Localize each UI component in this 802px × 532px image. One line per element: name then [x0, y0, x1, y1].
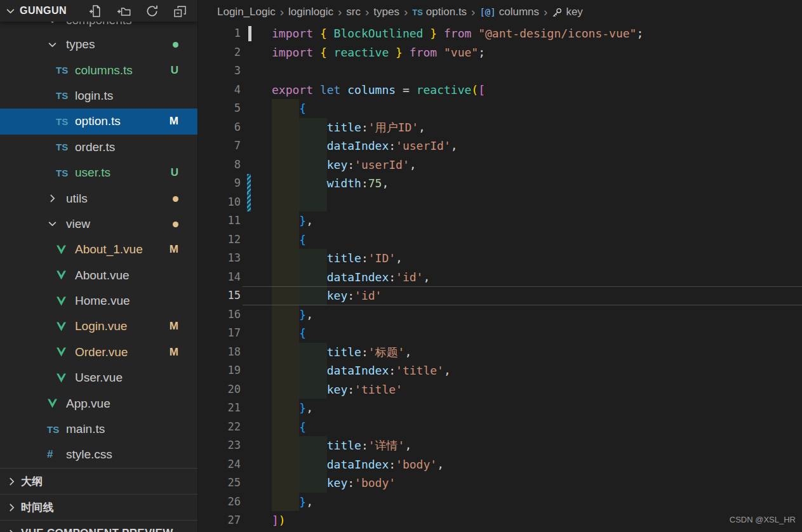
vue-file-icon [47, 398, 58, 409]
line-number: 9 [198, 174, 241, 193]
code-line-12[interactable]: 12 { [198, 230, 802, 249]
new-file-button[interactable] [88, 3, 104, 18]
chevron-right-icon [47, 193, 58, 204]
breadcrumb-item-columns[interactable]: [@]columns [479, 6, 539, 18]
breadcrumb-item-types[interactable]: types [373, 6, 399, 18]
code-line-25[interactable]: 25 key:'body' [198, 474, 802, 493]
tree-item-about-1-vue[interactable]: About_1.vueM [0, 237, 197, 262]
code-line-24[interactable]: 24 dataIndex:'body', [198, 455, 802, 474]
breadcrumb-item-key[interactable]: key [552, 6, 582, 18]
code-line-1[interactable]: 1import { BlockOutlined } from "@ant-des… [198, 24, 802, 43]
code-line-7[interactable]: 7 dataIndex:'userId', [198, 136, 802, 156]
tree-item-types[interactable]: types [0, 32, 197, 57]
code-line-27[interactable]: 27]) [198, 511, 802, 530]
tree-item-style-css[interactable]: #style.css [0, 442, 197, 467]
code-line-9[interactable]: 9 width:75, [198, 174, 802, 193]
code-line-17[interactable]: 17 { [198, 324, 802, 343]
section-大纲[interactable]: 大纲 [0, 468, 197, 494]
new-folder-button[interactable] [116, 3, 131, 18]
tree-item-order-ts[interactable]: TSorder.ts [0, 135, 197, 160]
tree-item-main-ts[interactable]: TSmain.ts [0, 416, 197, 442]
code-editor[interactable]: 1import { BlockOutlined } from "@ant-des… [198, 24, 802, 532]
code-line-16[interactable]: 16 }, [198, 305, 802, 324]
glyph-margin [241, 268, 272, 287]
ts-file-icon: TS [56, 65, 68, 76]
glyph-margin [241, 324, 272, 343]
tree-item-label: utils [66, 192, 88, 206]
section-时间线[interactable]: 时间线 [0, 494, 197, 520]
code-line-3[interactable]: 3 [198, 62, 802, 81]
explorer-root-title: GUNGUN [20, 5, 67, 17]
code-line-26[interactable]: 26 }, [198, 493, 802, 512]
code-line-2[interactable]: 2import { reactive } from "vue"; [198, 43, 802, 62]
collapse-folders-icon [173, 4, 187, 18]
code-text: { [272, 324, 802, 343]
tree-item-login-ts[interactable]: TSlogin.ts [0, 83, 197, 109]
tree-item-app-vue[interactable]: App.vue [0, 390, 197, 416]
code-line-10[interactable]: 10 [198, 193, 802, 212]
vscode-window: components GUNGUN typesTScolumns.tsUTSlo… [0, 0, 802, 532]
line-number: 25 [198, 474, 241, 493]
breadcrumb-separator: › [280, 5, 284, 19]
tree-item-view[interactable]: view [0, 211, 197, 237]
breadcrumb-label: loginlogic [288, 6, 333, 18]
git-status-badge: U [171, 64, 178, 77]
breadcrumb-separator: › [544, 5, 547, 19]
code-line-4[interactable]: 4export let columns = reactive([ [198, 81, 802, 100]
tree-item-label: About_1.vue [75, 243, 143, 256]
tree-item-user-vue[interactable]: User.vue [0, 365, 197, 390]
code-text: dataIndex:'title', [272, 361, 802, 380]
code-line-22[interactable]: 22 { [198, 418, 802, 437]
git-dot-badge [173, 218, 178, 230]
code-line-23[interactable]: 23 title:'详情', [198, 436, 802, 455]
code-line-13[interactable]: 13 title:'ID', [198, 249, 802, 268]
chevron-down-icon [47, 39, 58, 50]
explorer-sidebar: components GUNGUN typesTScolumns.tsUTSlo… [0, 0, 198, 532]
code-line-14[interactable]: 14 dataIndex:'id', [198, 268, 802, 287]
breadcrumb-separator: › [338, 5, 342, 19]
git-status-badge: M [170, 320, 178, 333]
tree-item-order-vue[interactable]: Order.vueM [0, 340, 197, 365]
tree-item-home-vue[interactable]: Home.vue [0, 288, 197, 314]
tree-item-login-vue[interactable]: Login.vueM [0, 314, 197, 339]
tree-item-label: User.vue [75, 371, 123, 385]
glyph-margin [241, 418, 272, 437]
refresh-button[interactable] [144, 3, 159, 18]
explorer-root-header[interactable]: GUNGUN [0, 0, 197, 22]
code-text: import { BlockOutlined } from "@ant-desi… [272, 24, 802, 43]
breadcrumb-item-option-ts[interactable]: TSoption.ts [412, 6, 467, 18]
code-line-15[interactable]: 15 key:'id' [198, 286, 802, 305]
breadcrumb-item-loginlogic[interactable]: loginlogic [288, 6, 333, 18]
tree-item-option-ts[interactable]: TSoption.tsM [0, 109, 197, 134]
code-line-21[interactable]: 21 }, [198, 399, 802, 418]
code-text: dataIndex:'id', [272, 268, 802, 287]
line-number: 19 [198, 361, 241, 380]
breadcrumb-item-src[interactable]: src [346, 6, 361, 18]
code-text: key:'title' [272, 380, 802, 399]
line-number: 14 [198, 268, 241, 287]
tree-item-about-vue[interactable]: About.vue [0, 263, 197, 288]
code-line-6[interactable]: 6 title:'用户ID', [198, 118, 802, 137]
breadcrumb-label: key [566, 6, 582, 18]
section-vue-component-preview[interactable]: VUE COMPONENT PREVIEW [0, 520, 197, 532]
collapse-folders-button[interactable] [172, 3, 187, 18]
code-line-19[interactable]: 19 dataIndex:'title', [198, 361, 802, 380]
glyph-margin [241, 174, 272, 193]
code-line-20[interactable]: 20 key:'title' [198, 380, 802, 399]
breadcrumb-item-login-logic[interactable]: Login_Logic [217, 6, 276, 18]
code-line-5[interactable]: 5 { [198, 99, 802, 118]
breadcrumb-label: types [373, 6, 399, 18]
indent-highlight-2 [299, 193, 326, 212]
line-number: 5 [198, 99, 241, 118]
tree-item-utils[interactable]: utils [0, 185, 197, 211]
tree-item-columns-ts[interactable]: TScolumns.tsU [0, 57, 197, 83]
code-line-8[interactable]: 8 key:'userId', [198, 156, 802, 175]
code-line-18[interactable]: 18 title:'标题', [198, 343, 802, 362]
tree-item-user-ts[interactable]: TSuser.tsU [0, 160, 197, 185]
git-status-badge: U [171, 166, 178, 179]
line-number: 1 [198, 24, 241, 43]
indent-highlight-1 [272, 193, 299, 212]
tree-item-label: login.ts [75, 89, 113, 103]
tree-item-label: Order.vue [75, 345, 128, 359]
code-line-11[interactable]: 11 }, [198, 211, 802, 230]
